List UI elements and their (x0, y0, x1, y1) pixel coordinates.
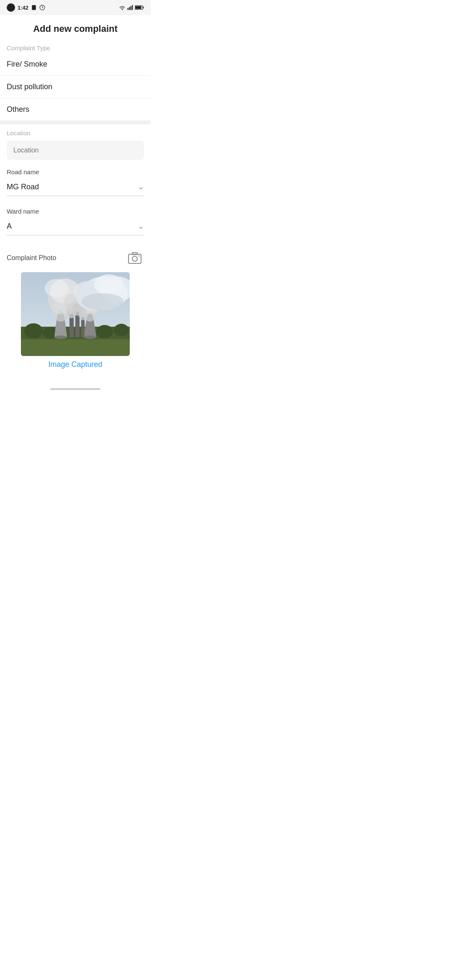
svg-rect-8 (135, 6, 141, 9)
svg-rect-5 (132, 5, 133, 10)
image-captured-label: Image Captured (48, 360, 102, 369)
complaint-photo-label: Complaint Photo (7, 254, 56, 262)
svg-point-12 (139, 255, 140, 257)
ward-name-value: A (7, 222, 12, 231)
svg-rect-24 (81, 317, 85, 337)
captured-image-container: Image Captured (7, 272, 144, 379)
svg-rect-14 (21, 337, 130, 356)
road-name-label: Road name (7, 165, 144, 175)
sim-icon (31, 5, 37, 10)
page-title: Add new complaint (0, 15, 151, 41)
status-bar: 1:42 (0, 0, 151, 15)
photo-header: Complaint Photo (7, 249, 144, 267)
complaint-type-section-label: Complaint Type (0, 41, 151, 53)
signal-icon (127, 5, 133, 10)
wifi-icon (119, 5, 126, 10)
svg-point-36 (79, 308, 87, 320)
svg-point-21 (84, 335, 96, 339)
svg-point-28 (45, 279, 68, 297)
app-icon (7, 3, 15, 12)
svg-point-20 (54, 335, 67, 339)
complaint-type-fire-smoke[interactable]: Fire/ Smoke (0, 53, 151, 76)
svg-rect-3 (129, 7, 130, 10)
svg-rect-0 (32, 5, 36, 10)
camera-button[interactable] (126, 249, 144, 267)
location-section: Location Road name MG Road ⌄ Ward name A… (0, 124, 151, 235)
svg-rect-2 (128, 8, 128, 10)
svg-point-41 (82, 293, 123, 310)
svg-rect-7 (143, 7, 144, 8)
bottom-nav (0, 384, 151, 394)
svg-point-16 (24, 323, 43, 338)
road-name-chevron-icon: ⌄ (138, 182, 144, 191)
status-right (119, 5, 144, 10)
svg-point-18 (96, 325, 113, 338)
location-section-label: Location (7, 124, 144, 138)
bottom-bar-indicator (50, 388, 100, 390)
section-divider (0, 121, 151, 124)
complaint-type-others[interactable]: Others (0, 98, 151, 121)
factory-image-svg (21, 272, 130, 356)
road-name-value: MG Road (7, 183, 39, 191)
complaint-photo-section: Complaint Photo (0, 244, 151, 384)
complaint-type-dust-pollution[interactable]: Dust pollution (0, 76, 151, 98)
ward-name-chevron-icon: ⌄ (138, 222, 144, 231)
camera-icon (128, 252, 141, 264)
svg-point-19 (114, 324, 129, 336)
status-left: 1:42 (7, 3, 45, 12)
location-input[interactable] (13, 147, 137, 154)
location-input-wrapper[interactable] (7, 141, 144, 160)
svg-point-40 (94, 274, 123, 295)
ward-name-dropdown[interactable]: A ⌄ (7, 217, 144, 235)
captured-image (21, 272, 130, 356)
svg-point-10 (132, 256, 137, 261)
battery-icon (135, 5, 144, 10)
svg-rect-4 (131, 6, 131, 10)
status-time: 1:42 (18, 5, 28, 11)
svg-rect-11 (132, 253, 137, 255)
road-name-dropdown[interactable]: MG Road ⌄ (7, 178, 144, 196)
clock-icon (39, 5, 45, 10)
ward-name-label: Ward name (7, 204, 144, 215)
